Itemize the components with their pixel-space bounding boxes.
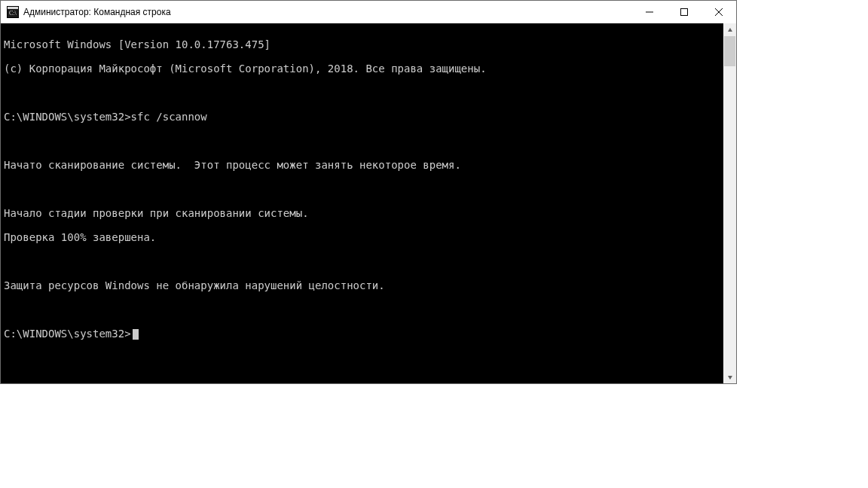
cmd-window: C:\ Администратор: Командная строка Micr… bbox=[0, 0, 737, 384]
cmd-icon: C:\ bbox=[7, 6, 19, 18]
terminal-blank bbox=[4, 255, 723, 267]
titlebar[interactable]: C:\ Администратор: Командная строка bbox=[1, 1, 736, 23]
close-button[interactable] bbox=[701, 1, 736, 23]
terminal-line: Начато сканирование системы. Этот процес… bbox=[4, 159, 723, 171]
terminal-blank bbox=[4, 87, 723, 99]
entered-command: sfc /scannow bbox=[131, 111, 207, 123]
window-controls bbox=[632, 1, 736, 23]
client-area: Microsoft Windows [Version 10.0.17763.47… bbox=[1, 23, 736, 383]
vertical-scrollbar[interactable] bbox=[723, 23, 736, 383]
svg-marker-9 bbox=[728, 376, 732, 380]
terminal-blank bbox=[4, 303, 723, 316]
terminal-output[interactable]: Microsoft Windows [Version 10.0.17763.47… bbox=[1, 23, 723, 383]
svg-rect-5 bbox=[681, 9, 688, 16]
terminal-line: C:\WINDOWS\system32>sfc /scannow bbox=[4, 111, 723, 123]
terminal-line: Защита ресурсов Windows не обнаружила на… bbox=[4, 279, 723, 291]
terminal-line: Начало стадии проверки при сканировании … bbox=[4, 207, 723, 219]
terminal-line: Microsoft Windows [Version 10.0.17763.47… bbox=[4, 38, 723, 50]
scroll-thumb[interactable] bbox=[724, 36, 735, 66]
scroll-down-button[interactable] bbox=[723, 371, 736, 383]
cursor-icon bbox=[133, 329, 139, 340]
terminal-blank bbox=[4, 183, 723, 195]
svg-rect-2 bbox=[8, 7, 18, 9]
terminal-blank bbox=[4, 135, 723, 147]
prompt-path: C:\WINDOWS\system32> bbox=[4, 111, 131, 123]
svg-text:C:\: C:\ bbox=[9, 10, 17, 17]
prompt-path: C:\WINDOWS\system32> bbox=[4, 328, 131, 340]
svg-marker-8 bbox=[728, 28, 732, 32]
minimize-button[interactable] bbox=[632, 1, 667, 23]
terminal-line: C:\WINDOWS\system32> bbox=[4, 328, 723, 340]
scroll-up-button[interactable] bbox=[723, 23, 736, 36]
terminal-line: (c) Корпорация Майкрософт (Microsoft Cor… bbox=[4, 63, 723, 75]
window-title: Администратор: Командная строка bbox=[23, 7, 171, 17]
scroll-track[interactable] bbox=[723, 36, 736, 371]
maximize-button[interactable] bbox=[667, 1, 701, 23]
terminal-line: Проверка 100% завершена. bbox=[4, 231, 723, 243]
